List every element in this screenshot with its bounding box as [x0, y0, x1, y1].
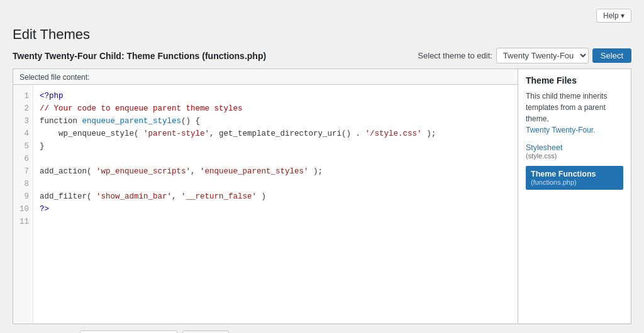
- sidebar-title: Theme Files: [526, 75, 623, 85]
- functions-sub: (functions.php): [531, 178, 618, 186]
- sidebar-file-stylesheet[interactable]: Stylesheet (style.css): [526, 141, 623, 162]
- theme-selector-label: Select theme to edit:: [418, 51, 492, 60]
- line-numbers: 12345 67891011: [13, 85, 33, 324]
- footer-bar: Documentation: Function Name... Look Up: [13, 324, 631, 333]
- code-content[interactable]: <?php// Your code to enqueue parent them…: [33, 85, 518, 324]
- stylesheet-sub: (style.css): [526, 152, 623, 160]
- help-bar: Help ▾: [13, 6, 631, 26]
- lookup-button[interactable]: Look Up: [182, 330, 229, 333]
- parent-theme-link[interactable]: Twenty Twenty-Four.: [526, 126, 596, 134]
- help-button[interactable]: Help ▾: [596, 9, 631, 23]
- selected-file-label: Selected file content:: [13, 69, 518, 85]
- function-name-dropdown[interactable]: Function Name...: [80, 330, 177, 333]
- page-wrap: Help ▾ Edit Themes Twenty Twenty-Four Ch…: [0, 0, 644, 333]
- code-editor[interactable]: 12345 67891011 <?php// Your code to enqu…: [13, 85, 518, 324]
- theme-header: Twenty Twenty-Four Child: Theme Function…: [13, 48, 631, 63]
- sidebar: Theme Files This child theme inherits te…: [518, 69, 631, 324]
- main-content: Selected file content: 12345 67891011 <?…: [13, 68, 631, 324]
- theme-selector: Select theme to edit: Twenty Twenty-Fou …: [418, 48, 631, 63]
- editor-section: Selected file content: 12345 67891011 <?…: [13, 69, 518, 324]
- sidebar-file-functions[interactable]: Theme Functions (functions.php): [526, 166, 623, 190]
- select-button[interactable]: Select: [592, 48, 631, 63]
- functions-label: Theme Functions: [531, 170, 618, 178]
- theme-select-dropdown[interactable]: Twenty Twenty-Fou: [496, 48, 589, 63]
- stylesheet-link[interactable]: Stylesheet: [526, 143, 562, 152]
- theme-name: Twenty Twenty-Four Child: Theme Function…: [13, 51, 266, 61]
- sidebar-desc: This child theme inherits templates from…: [526, 90, 623, 136]
- page-title: Edit Themes: [13, 26, 631, 43]
